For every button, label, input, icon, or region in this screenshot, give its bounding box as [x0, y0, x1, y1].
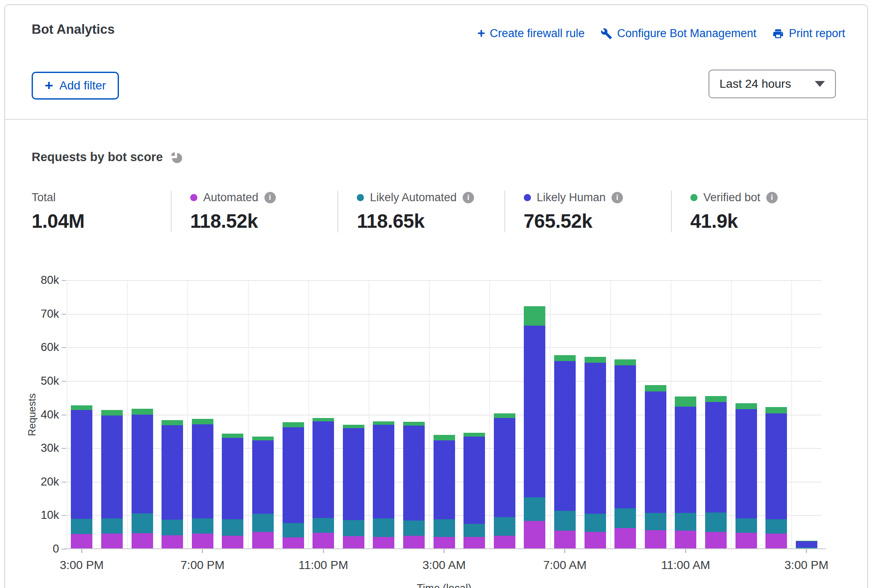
info-icon[interactable]: i — [463, 192, 474, 203]
bar-4-00-pm[interactable] — [101, 410, 123, 549]
y-tick-mark — [62, 482, 66, 483]
segment-likely-automated — [71, 519, 92, 534]
bar-6-00-am[interactable] — [524, 306, 545, 549]
segment-likely-human — [343, 428, 364, 520]
x-tick-mark — [564, 549, 565, 553]
segment-verified-bot — [554, 355, 576, 361]
stat-likely-automated: Likely Automatedi118.65k — [337, 191, 504, 232]
bar-5-00-pm[interactable] — [132, 409, 153, 549]
bar-7-00-pm[interactable] — [192, 419, 213, 549]
segment-likely-automated — [463, 524, 485, 537]
segment-likely-human — [222, 438, 243, 519]
segment-verified-bot — [132, 409, 153, 415]
wrench-icon — [601, 28, 612, 40]
bar-11-00-pm[interactable] — [313, 418, 334, 549]
bar-9-00-am[interactable] — [614, 359, 636, 549]
create-firewall-rule-link[interactable]: + Create firewall rule — [477, 27, 585, 40]
stat-header: Likely Automatedi — [357, 191, 504, 204]
bar-10-00-am[interactable] — [645, 385, 666, 549]
bar-2-00-am[interactable] — [403, 422, 425, 549]
requests-by-bot-score-chart: Requests Time (local) 010k20k30k40k50k60… — [5, 267, 867, 588]
stat-label: Verified bot — [703, 191, 760, 204]
bar-8-00-pm[interactable] — [222, 434, 243, 549]
segment-verified-bot — [585, 357, 606, 363]
segment-automated — [132, 533, 153, 549]
bar-7-00-am[interactable] — [554, 355, 576, 549]
segment-automated — [192, 534, 213, 549]
segment-likely-automated — [132, 513, 153, 533]
bar-9-00-pm[interactable] — [252, 437, 274, 549]
segment-likely-human — [675, 407, 696, 513]
x-tick-mark — [81, 549, 82, 553]
create-firewall-rule-label: Create firewall rule — [490, 27, 585, 40]
segment-likely-human — [373, 425, 394, 518]
segment-likely-automated — [283, 523, 304, 537]
segment-automated — [434, 537, 455, 549]
bar-3-00-pm[interactable] — [71, 405, 92, 549]
bar-3-00-am[interactable] — [434, 435, 455, 549]
y-tick-label: 50k — [5, 375, 59, 388]
segment-likely-automated — [313, 518, 334, 533]
y-tick-label: 70k — [5, 307, 59, 321]
bar-4-00-am[interactable] — [463, 433, 485, 549]
segment-likely-human — [765, 413, 787, 519]
x-tick-label: 11:00 AM — [644, 558, 728, 572]
bar-11-00-am[interactable] — [675, 396, 696, 549]
y-tick-label: 30k — [5, 442, 59, 455]
header-divider — [5, 119, 867, 120]
bar-12-00-pm[interactable] — [705, 396, 727, 549]
segment-verified-bot — [434, 435, 455, 441]
segment-likely-human — [192, 424, 213, 518]
segment-likely-human — [705, 402, 727, 512]
segment-automated — [494, 536, 515, 549]
segment-likely-automated — [765, 519, 787, 534]
y-tick-label: 0 — [5, 542, 59, 556]
segment-automated — [162, 535, 183, 549]
print-report-link[interactable]: Print report — [772, 27, 845, 40]
y-tick-label: 20k — [5, 475, 59, 488]
plus-icon: + — [477, 27, 485, 40]
segment-verified-bot — [645, 385, 666, 391]
bar-8-00-am[interactable] — [585, 357, 606, 549]
segment-likely-human — [585, 363, 606, 514]
stats-row: Total1.04MAutomatedi118.52kLikely Automa… — [32, 191, 838, 232]
info-icon[interactable]: i — [612, 192, 623, 203]
stat-automated: Automatedi118.52k — [171, 191, 337, 232]
segment-verified-bot — [373, 421, 394, 425]
info-icon[interactable]: i — [264, 192, 276, 203]
segment-likely-automated — [675, 513, 696, 531]
x-axis-title: Time (local) — [67, 582, 822, 588]
y-tick-mark — [62, 515, 66, 516]
legend-dot — [190, 194, 197, 201]
bar-1-00-am[interactable] — [373, 421, 394, 549]
add-filter-button[interactable]: + Add filter — [32, 72, 119, 100]
legend-dot — [524, 194, 531, 201]
legend-dot — [690, 194, 698, 201]
bar-10-00-pm[interactable] — [283, 422, 304, 549]
stat-label: Likely Human — [537, 191, 606, 204]
x-tick-label: 3:00 AM — [402, 558, 486, 572]
stat-value: 41.9k — [690, 210, 838, 232]
y-tick-label: 60k — [5, 341, 59, 354]
segment-automated — [252, 532, 274, 549]
bar-2-00-pm[interactable] — [765, 407, 787, 549]
info-icon[interactable]: i — [766, 192, 778, 203]
y-tick-mark — [62, 280, 66, 281]
segment-verified-bot — [463, 433, 485, 437]
y-tick-label: 10k — [5, 509, 59, 522]
configure-bot-management-link[interactable]: Configure Bot Management — [601, 27, 756, 40]
segment-likely-automated — [554, 511, 576, 531]
bar-5-00-am[interactable] — [494, 413, 515, 549]
bar-12-00-am[interactable] — [343, 425, 364, 549]
segment-likely-human — [132, 415, 153, 513]
bar-1-00-pm[interactable] — [736, 403, 757, 549]
segment-likely-automated — [736, 518, 757, 533]
legend-dot — [357, 194, 364, 201]
segment-likely-human — [434, 440, 455, 519]
bar-6-00-pm[interactable] — [162, 420, 183, 549]
time-range-select[interactable]: Last 24 hours — [709, 70, 836, 98]
x-tick-mark — [323, 549, 324, 553]
segment-likely-human — [554, 361, 576, 511]
segment-likely-automated — [403, 521, 425, 536]
segment-likely-human — [283, 427, 304, 523]
